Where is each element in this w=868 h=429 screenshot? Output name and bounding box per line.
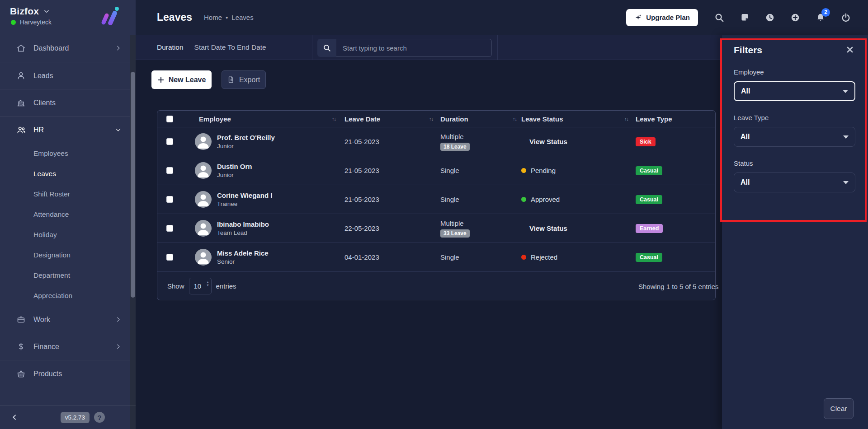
sidebar-item-products[interactable]: Products (0, 360, 130, 387)
filter-label: Leave Type (734, 114, 855, 121)
sidebar-subitem-appreciation[interactable]: Appreciation (0, 285, 130, 306)
avatar (195, 191, 212, 208)
employee-name[interactable]: Dustin Orn (217, 163, 252, 170)
building-icon (16, 98, 26, 108)
view-status-link[interactable]: View Status (521, 224, 567, 232)
note-icon (740, 13, 750, 22)
sidebar-item-dashboard[interactable]: Dashboard (0, 35, 130, 62)
table-footer: Show 10 ▴▾ entries Showing 1 to 5 of 5 e… (157, 271, 715, 300)
sidebar-subitem-holiday[interactable]: Holiday (0, 224, 130, 245)
sidebar-nav: Dashboard Leads Clients HR EmployeesLeav… (0, 35, 130, 387)
upgrade-plan-button[interactable]: Upgrade Plan (626, 9, 698, 26)
sidebar-subitem-leaves[interactable]: Leaves (0, 163, 130, 184)
employee-name[interactable]: Prof. Bret O'Reilly (217, 134, 275, 141)
close-icon[interactable] (845, 45, 855, 55)
entries-per-page-select[interactable]: 10 ▴▾ (189, 278, 212, 294)
table-row: Ibinabo Imabibo Team Lead 22-05-2023 Mul… (157, 214, 715, 242)
notes-button[interactable] (734, 7, 755, 28)
new-leave-button[interactable]: New Leave (151, 70, 212, 89)
leave-date-value: 22-05-2023 (340, 224, 438, 232)
breadcrumb: Home • Leaves (204, 14, 254, 21)
filter-select-leave-type[interactable]: All (734, 127, 855, 147)
history-button[interactable] (760, 7, 780, 28)
sidebar-item-finance[interactable]: Finance (0, 333, 130, 360)
employee-role: Junior (217, 143, 275, 149)
employee-role: Team Lead (217, 229, 269, 236)
sidebar-subitem-department[interactable]: Department (0, 265, 130, 285)
status-label: Approved (531, 196, 560, 203)
sidebar-scrollbar[interactable] (130, 35, 136, 429)
notifications-button[interactable]: 2 (810, 7, 831, 28)
date-range-picker[interactable]: Start Date To End Date (194, 43, 266, 51)
logout-button[interactable] (835, 7, 856, 28)
scrollbar-thumb[interactable] (131, 72, 135, 298)
employee-name[interactable]: Corine Wiegand I (217, 191, 272, 199)
column-header-duration[interactable]: Duration ↑↓ (438, 115, 521, 123)
filter-select-status[interactable]: All (734, 173, 855, 192)
table-row: Dustin Orn Junior 21-05-2023 Single Pend… (157, 156, 715, 185)
sidebar-item-hr[interactable]: HR (0, 116, 130, 143)
sort-icon: ↑↓ (624, 116, 628, 121)
leave-date-value: 21-05-2023 (340, 138, 438, 145)
sidebar-subitem-designation[interactable]: Designation (0, 245, 130, 265)
row-checkbox[interactable] (166, 225, 173, 232)
sparkle-icon (634, 14, 642, 21)
global-search-button[interactable] (709, 7, 730, 28)
filter-select-employee[interactable]: All (734, 81, 855, 101)
filter-selected-value: All (741, 178, 750, 187)
sidebar-subitem-shift-roster[interactable]: Shift Roster (0, 184, 130, 204)
employee-name[interactable]: Ibinabo Imabibo (217, 220, 269, 228)
chevron-down-icon (843, 90, 848, 93)
table-row: Corine Wiegand I Trainee 21-05-2023 Sing… (157, 185, 715, 214)
sort-icon: ↑↓ (513, 116, 517, 121)
home-icon (16, 43, 26, 53)
view-status-link[interactable]: View Status (521, 138, 567, 145)
app-logo (99, 6, 123, 28)
row-checkbox[interactable] (166, 196, 173, 203)
clear-filters-button[interactable]: Clear (824, 398, 854, 419)
online-status-dot (11, 20, 16, 25)
export-button[interactable]: Export (222, 70, 266, 89)
quick-add-button[interactable] (785, 7, 806, 28)
chevron-down-icon (843, 135, 849, 139)
leave-type-badge: Sick (636, 137, 656, 146)
avatar (195, 249, 212, 266)
workspace-switcher[interactable]: Bizfox (10, 6, 52, 17)
duration-value: Single (440, 196, 459, 203)
sidebar-item-clients[interactable]: Clients (0, 89, 130, 116)
sidebar-footer: v5.2.73 ? (0, 405, 136, 429)
avatar (195, 162, 212, 179)
chevron-down-icon (843, 181, 849, 184)
select-all-checkbox[interactable] (166, 116, 173, 122)
sidebar-item-leads[interactable]: Leads (0, 62, 130, 89)
sidebar-subitem-attendance[interactable]: Attendance (0, 204, 130, 224)
status-dot (521, 197, 526, 202)
column-header-leave-status[interactable]: Leave Status ↑↓ (521, 115, 633, 123)
leave-type-badge: Casual (636, 166, 662, 175)
chevron-down-icon (115, 126, 122, 134)
sidebar-subitem-employees[interactable]: Employees (0, 143, 130, 163)
basket-icon (16, 369, 26, 379)
toolbar-divider (312, 35, 312, 60)
row-checkbox[interactable] (166, 167, 173, 174)
column-header-leave-date[interactable]: Leave Date ↑↓ (340, 115, 438, 123)
duration-count-badge: 33 Leave (440, 229, 470, 238)
search-icon (714, 13, 724, 23)
breadcrumb-home[interactable]: Home (204, 14, 222, 21)
filter-group: Status All (734, 159, 855, 192)
employee-name[interactable]: Miss Adele Rice (217, 249, 269, 257)
column-header-leave-type[interactable]: Leave Type (633, 115, 715, 123)
column-header-employee[interactable]: Employee ↑↓ (182, 115, 340, 123)
plus-circle-icon (790, 13, 800, 23)
help-button[interactable]: ? (94, 412, 105, 423)
row-checkbox[interactable] (166, 138, 173, 145)
version-badge: v5.2.73 (61, 412, 90, 423)
collapse-sidebar-button[interactable] (11, 414, 18, 421)
search-input[interactable] (336, 39, 492, 57)
row-checkbox[interactable] (166, 254, 173, 261)
users-icon (16, 125, 26, 135)
sidebar-item-work[interactable]: Work (0, 306, 130, 333)
chevron-down-icon (43, 8, 50, 14)
brand-name: Bizfox (10, 6, 39, 17)
power-icon (841, 13, 851, 23)
